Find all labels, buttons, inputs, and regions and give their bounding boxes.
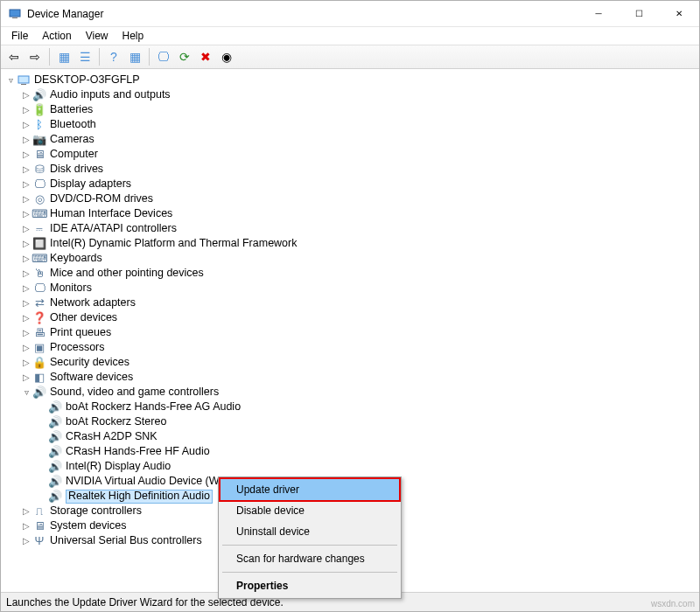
tree-category[interactable]: ▿🔊Sound, video and game controllers: [4, 385, 699, 400]
scan-button[interactable]: ⟳: [175, 47, 194, 66]
tree-category[interactable]: ▷⇄Network adapters: [4, 296, 699, 310]
tree-category[interactable]: ▷🖵Monitors: [4, 281, 699, 296]
grid-icon: ▦: [59, 50, 70, 64]
tree-category[interactable]: ▷⛁Disk drives: [4, 162, 699, 177]
expander-icon[interactable]: ▷: [20, 268, 32, 280]
tree-category[interactable]: ▷🖵Display adapters: [4, 177, 699, 191]
tree-category[interactable]: ▷📷Cameras: [4, 132, 699, 147]
ctx-separator: [222, 545, 397, 546]
device-icon: 🔊: [32, 88, 46, 102]
highlight-box: Update driver: [219, 477, 401, 502]
device-icon: ❓: [32, 311, 46, 325]
menubar: File Action View Help: [1, 27, 699, 45]
arrow-left-icon: ⇦: [9, 50, 19, 64]
tree-category[interactable]: ▷🖱Mice and other pointing devices: [4, 266, 699, 281]
expander-icon[interactable]: ▷: [20, 535, 32, 547]
tree-label: Realtek High Definition Audio: [66, 490, 213, 504]
tree-label: System devices: [50, 518, 127, 533]
tree-category[interactable]: ▷🔋Batteries: [4, 102, 699, 117]
device-icon: ⎓: [32, 222, 46, 236]
close-button[interactable]: ✕: [659, 1, 699, 27]
properties-toolbar-button[interactable]: ☰: [75, 47, 94, 66]
window-title: Device Manager: [27, 8, 578, 20]
tree-label: Storage controllers: [50, 504, 142, 518]
tree-device[interactable]: 🔊CRasH Hands-Free HF Audio: [4, 444, 699, 459]
expander-icon[interactable]: ▷: [20, 282, 32, 295]
device-icon: 🔲: [32, 237, 46, 251]
context-menu: Update driver Disable device Uninstall d…: [218, 476, 402, 599]
ctx-disable-device[interactable]: Disable device: [220, 500, 399, 521]
tree-device[interactable]: 🔊Intel(R) Display Audio: [4, 459, 699, 474]
expander-icon[interactable]: ▷: [20, 178, 32, 191]
tree-category[interactable]: ▷⎓IDE ATA/ATAPI controllers: [4, 221, 699, 236]
computer-button[interactable]: 🖵: [154, 47, 173, 66]
expander-icon[interactable]: ▷: [20, 327, 32, 339]
ctx-uninstall-device[interactable]: Uninstall device: [220, 521, 399, 542]
tree-label: Display adapters: [50, 177, 131, 191]
expander-icon[interactable]: ▿: [4, 74, 17, 87]
expander-icon[interactable]: ▷: [20, 372, 32, 384]
tree-category[interactable]: ▷🔊Audio inputs and outputs: [4, 87, 699, 102]
expander-icon[interactable]: ▿: [20, 386, 32, 399]
tree-device[interactable]: 🔊boAt Rockerz Stereo: [4, 414, 699, 429]
tree-device[interactable]: 🔊CRasH A2DP SNK: [4, 429, 699, 444]
tree-label: Print queues: [50, 325, 111, 340]
tree-category[interactable]: ▷ᛒBluetooth: [4, 117, 699, 132]
forward-button[interactable]: ⇨: [25, 47, 45, 66]
svg-rect-2: [18, 76, 29, 83]
device-icon: ⌨: [32, 252, 46, 266]
expander-icon[interactable]: ▷: [20, 104, 32, 116]
ctx-update-driver[interactable]: Update driver: [220, 479, 399, 500]
expander-icon[interactable]: ▷: [20, 163, 32, 176]
expander-icon[interactable]: ▷: [20, 223, 32, 235]
tree-category[interactable]: ▷⌨Human Interface Devices: [4, 206, 699, 221]
tree-category[interactable]: ▷◧Software devices: [4, 370, 699, 385]
expander-icon[interactable]: ▷: [20, 149, 32, 161]
show-hidden-button[interactable]: ▦: [54, 47, 74, 66]
menu-view[interactable]: View: [79, 28, 116, 44]
tree-label: Intel(R) Dynamic Platform and Thermal Fr…: [50, 236, 297, 251]
expander-icon[interactable]: ▷: [20, 193, 32, 205]
minimize-button[interactable]: ─: [578, 1, 619, 27]
tree-category[interactable]: ▷❓Other devices: [4, 310, 699, 325]
tree-category[interactable]: ▷⌨Keyboards: [4, 251, 699, 266]
expander-icon[interactable]: ▷: [20, 89, 32, 101]
expander-icon[interactable]: ▷: [20, 505, 32, 518]
back-button[interactable]: ⇦: [4, 47, 24, 66]
menu-help[interactable]: Help: [116, 28, 151, 44]
ctx-scan-hardware[interactable]: Scan for hardware changes: [220, 548, 399, 569]
tree-device[interactable]: 🔊boAt Rockerz Hands-Free AG Audio: [4, 400, 699, 414]
help-toolbar-button[interactable]: ?: [104, 47, 123, 66]
device-icon: 🔊: [48, 445, 62, 459]
menu-action[interactable]: Action: [35, 28, 78, 44]
tree-category[interactable]: ▷◎DVD/CD-ROM drives: [4, 191, 699, 206]
device-icon: [17, 73, 31, 87]
tree-label: Sound, video and game controllers: [50, 385, 219, 400]
expander-icon[interactable]: ▷: [20, 297, 32, 309]
more-button[interactable]: ◉: [217, 47, 236, 66]
device-icon: ⇄: [32, 296, 46, 310]
remove-button[interactable]: ✖: [196, 47, 215, 66]
tree-label: DESKTOP-O3FGFLP: [34, 73, 140, 87]
tree-category[interactable]: ▷🔲Intel(R) Dynamic Platform and Thermal …: [4, 236, 699, 251]
tree-category[interactable]: ▷🖶Print queues: [4, 325, 699, 340]
expander-icon[interactable]: ▷: [20, 312, 32, 324]
expander-icon[interactable]: ▷: [20, 238, 32, 250]
ctx-properties[interactable]: Properties: [220, 575, 399, 596]
device-icon: 🔋: [32, 103, 46, 117]
tree-category[interactable]: ▷🖥Computer: [4, 147, 699, 162]
expander-icon[interactable]: ▷: [20, 342, 32, 354]
device-icon: Ψ: [32, 534, 46, 548]
device-icon: 🔊: [48, 400, 62, 414]
tree-category[interactable]: ▷▣Processors: [4, 340, 699, 355]
expander-icon[interactable]: ▷: [20, 134, 32, 146]
tree-root[interactable]: ▿DESKTOP-O3FGFLP: [4, 73, 699, 87]
maximize-button[interactable]: ☐: [619, 1, 659, 27]
expander-icon[interactable]: ▷: [20, 357, 32, 369]
view-button[interactable]: ▦: [125, 47, 144, 66]
expander-icon[interactable]: ▷: [20, 520, 32, 532]
svg-rect-0: [10, 10, 20, 17]
menu-file[interactable]: File: [4, 28, 35, 44]
tree-category[interactable]: ▷🔒Security devices: [4, 355, 699, 370]
expander-icon[interactable]: ▷: [20, 119, 32, 131]
